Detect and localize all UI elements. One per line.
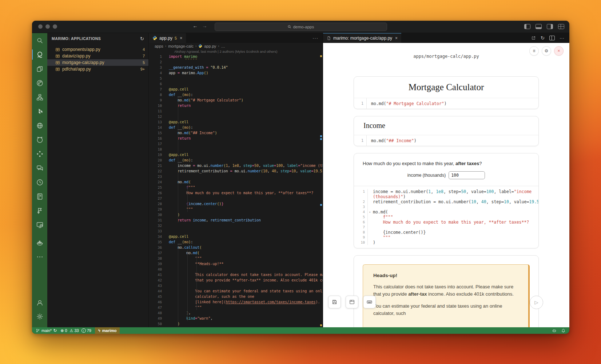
screen-check-icon[interactable]: [32, 220, 47, 229]
code-line-number: 8: [354, 230, 368, 235]
sidebar-item-dataviz[interactable]: dataviz/app.py7: [47, 53, 148, 59]
terraform-icon[interactable]: [32, 107, 47, 116]
toggle-panel-icon[interactable]: [536, 24, 542, 29]
toggle-primary-sidebar-icon[interactable]: [524, 24, 530, 29]
code-line: 10 return: [149, 103, 323, 108]
breadcrumb-item[interactable]: app.py: [204, 44, 216, 48]
cell-heading: Mortgage Calculator: [354, 77, 538, 98]
pages-icon[interactable]: [32, 64, 47, 73]
copilot-icon[interactable]: [552, 328, 557, 333]
refresh-icon[interactable]: ↻: [140, 36, 144, 41]
tab-app-py[interactable]: app.py 5 ×: [149, 33, 186, 43]
account-icon[interactable]: [32, 298, 47, 307]
sidebar-item-mortgage-calc[interactable]: mortgage-calc/app.py5: [47, 59, 148, 66]
line-number: 43: [149, 283, 162, 288]
session-icon[interactable]: [32, 79, 47, 87]
browser-button[interactable]: [346, 296, 358, 308]
docker-icon[interactable]: [32, 238, 47, 247]
more-icon[interactable]: [32, 252, 47, 261]
file-icon: [327, 36, 331, 40]
globe-icon[interactable]: [32, 121, 47, 130]
menu-icon[interactable]: ≡: [529, 46, 539, 56]
tab-marimo-preview[interactable]: marimo: mortgage-calc/app.py ×: [323, 33, 401, 43]
line-number: 24: [149, 179, 162, 185]
line-number: 25: [149, 185, 162, 190]
minimize-window-button[interactable]: [45, 24, 50, 29]
notebook-icon[interactable]: [32, 192, 47, 201]
command-center-search[interactable]: demo-apps: [215, 23, 387, 31]
gear-icon[interactable]: ⚙: [542, 46, 551, 56]
history-icon[interactable]: [32, 178, 47, 187]
error-icon: ⊗: [60, 328, 64, 333]
split-editor-icon[interactable]: [549, 36, 555, 40]
customize-layout-icon[interactable]: [558, 24, 564, 29]
income-input[interactable]: [449, 171, 485, 179]
save-button[interactable]: [328, 296, 341, 308]
run-button[interactable]: ▷: [530, 296, 543, 309]
org-chart-icon[interactable]: [32, 93, 47, 101]
fold-chevron-icon[interactable]: ▾: [369, 210, 371, 215]
code-line: 44 You can estimate your federal and sta…: [149, 288, 323, 294]
sidebar-item-pdfchat[interactable]: pdfchat/app.py9+: [47, 66, 148, 72]
keyboard-button[interactable]: [363, 296, 376, 308]
line-number: 41: [149, 272, 162, 277]
window-title: demo-apps: [293, 25, 314, 29]
warning-icon: ⚠: [70, 328, 73, 333]
marimo-icon[interactable]: [32, 50, 47, 59]
preview-actions: ↻ ···: [531, 33, 569, 43]
reload-icon[interactable]: ↻: [541, 35, 545, 41]
code-line: 9 mo.md("# Mortgage Calculator"): [149, 97, 323, 103]
line-number: 12: [149, 114, 162, 119]
line-content: [162, 174, 323, 179]
toggle-secondary-sidebar-icon[interactable]: [547, 24, 553, 29]
code-line: 43: [149, 283, 323, 288]
breadcrumb-item[interactable]: mortgage-calc: [168, 44, 194, 48]
shutdown-icon[interactable]: ×: [554, 46, 564, 56]
line-number: 10: [149, 103, 162, 108]
forward-button[interactable]: →: [202, 23, 207, 29]
settings-icon[interactable]: [32, 312, 47, 321]
editor-actions-more[interactable]: ···: [313, 33, 323, 43]
line-content: How much do you expect to make this year…: [162, 190, 323, 196]
code-line-number: 6: [354, 220, 368, 225]
code-line: 8 {income.center()}: [354, 230, 538, 235]
bell-icon[interactable]: [561, 328, 566, 333]
problems-item[interactable]: ⊗ 0 ⚠ 33 i 79: [60, 327, 91, 334]
marimo-status-item[interactable]: ϟ marimo: [95, 327, 120, 334]
git-branch-item[interactable]: main* ↻: [36, 327, 57, 334]
code-line-number: 4▾: [354, 209, 368, 215]
back-button[interactable]: ←: [193, 23, 198, 29]
test-flag-icon[interactable]: [32, 206, 47, 215]
cell-code[interactable]: 1mo.md("# Mortgage Calculator"): [354, 98, 538, 109]
close-tab-icon[interactable]: ×: [180, 36, 182, 41]
search-icon: [287, 25, 291, 29]
close-tab-icon[interactable]: ×: [395, 36, 398, 41]
breadcrumb-item[interactable]: apps: [155, 44, 163, 48]
line-number: 16: [149, 136, 162, 141]
breadcrumb-item[interactable]: …: [221, 44, 225, 48]
diamonds-icon[interactable]: [32, 149, 47, 158]
open-in-new-icon[interactable]: [531, 36, 536, 40]
code-line-number: 1: [354, 98, 367, 109]
comments-icon[interactable]: [32, 164, 47, 172]
cell-code[interactable]: 1income = mo.ui.number(1, 1e8, step=50, …: [354, 186, 538, 248]
line-number: 45: [149, 294, 162, 299]
line-number: 35: [149, 239, 162, 245]
line-content: import marimo: [162, 54, 323, 59]
cell-code[interactable]: 1mo.md("## Income"): [354, 135, 538, 146]
line-number: 36: [149, 245, 162, 250]
code-text: mo.md("## Income"): [367, 138, 417, 143]
code-line: 29 """: [149, 207, 323, 212]
close-window-button[interactable]: [38, 24, 43, 29]
zoom-window-button[interactable]: [53, 24, 57, 29]
github-icon[interactable]: [32, 135, 47, 144]
code-editor[interactable]: 1import marimo23__generated_with = "0.0.…: [149, 54, 323, 327]
more-actions-icon[interactable]: ···: [560, 35, 564, 41]
code-line: 1income = mo.ui.number(1, 1e8, step=50, …: [354, 189, 538, 194]
sidebar-item-components[interactable]: components/app.py4: [47, 46, 148, 53]
line-content: def __(mo):: [162, 92, 323, 97]
sync-icon[interactable]: ↻: [53, 328, 57, 333]
line-content: retirement_contribution = mo.ui.number(1…: [162, 168, 323, 174]
search-icon[interactable]: [32, 36, 47, 45]
line-content: @app.cell: [162, 119, 323, 125]
